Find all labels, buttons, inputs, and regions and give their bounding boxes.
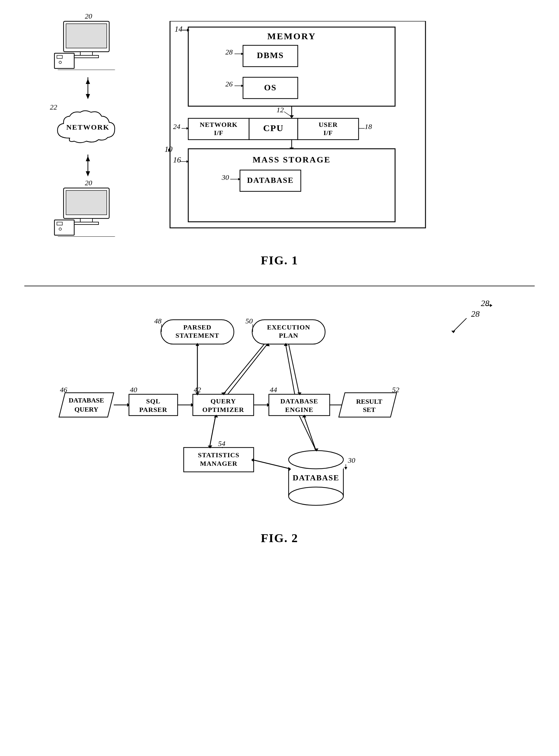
- svg-text:NETWORK: NETWORK: [66, 123, 110, 131]
- svg-rect-2: [80, 52, 92, 55]
- svg-rect-24: [66, 191, 107, 215]
- svg-point-29: [59, 228, 62, 230]
- ref-computer-bottom: 20: [85, 179, 92, 187]
- computer-bottom-illustration: [48, 185, 125, 237]
- fig1-container: 20: [24, 18, 535, 267]
- svg-text:DATABASE: DATABASE: [69, 396, 104, 404]
- svg-text:OS: OS: [264, 83, 276, 92]
- svg-marker-163: [344, 467, 347, 470]
- svg-marker-17: [86, 94, 90, 99]
- svg-text:14: 14: [175, 25, 182, 34]
- svg-text:40: 40: [130, 386, 137, 394]
- page: 20: [0, 0, 559, 756]
- svg-text:48: 48: [154, 317, 161, 325]
- svg-text:EXECUTION: EXECUTION: [267, 324, 310, 331]
- ref-network: 22: [50, 103, 57, 111]
- svg-text:52: 52: [392, 386, 399, 394]
- svg-text:DATABASE: DATABASE: [281, 397, 318, 405]
- svg-rect-3: [74, 55, 98, 58]
- section-divider: [24, 286, 535, 286]
- svg-text:28: 28: [471, 309, 479, 318]
- svg-point-6: [59, 61, 62, 64]
- fig2-container: 28 28 PARSED STATEMENT 48: [24, 298, 535, 545]
- svg-text:CPU: CPU: [263, 123, 284, 133]
- svg-text:ENGINE: ENGINE: [285, 406, 314, 414]
- svg-text:50: 50: [245, 317, 253, 325]
- svg-line-164: [299, 416, 316, 450]
- right-side: 10 14 MEMORY DBMS 28: [158, 21, 523, 235]
- svg-text:QUERY: QUERY: [210, 397, 236, 405]
- svg-text:QUERY: QUERY: [74, 405, 98, 413]
- svg-line-170: [252, 460, 290, 469]
- ref-computer-top: 20: [85, 12, 92, 20]
- svg-line-137: [223, 344, 264, 394]
- svg-text:MANAGER: MANAGER: [200, 460, 237, 467]
- svg-line-141: [228, 344, 267, 394]
- svg-text:I/F: I/F: [323, 129, 333, 137]
- svg-line-152: [209, 416, 216, 447]
- svg-line-91: [453, 318, 467, 332]
- dbms-ref-arrow: [486, 301, 495, 310]
- svg-text:54: 54: [218, 440, 225, 447]
- svg-point-158: [289, 487, 343, 505]
- svg-rect-28: [57, 222, 62, 225]
- fig2-caption: FIG. 2: [261, 531, 298, 545]
- svg-text:24: 24: [173, 123, 180, 131]
- arrow-top-to-network: [83, 77, 92, 102]
- svg-rect-25: [80, 218, 92, 222]
- svg-text:MEMORY: MEMORY: [267, 31, 316, 41]
- svg-text:18: 18: [365, 123, 372, 131]
- svg-text:PLAN: PLAN: [279, 332, 298, 339]
- svg-marker-18: [86, 79, 90, 84]
- arrow-network-to-bottom: [83, 155, 92, 179]
- svg-text:26: 26: [225, 80, 233, 88]
- fig2-diagram: 28 PARSED STATEMENT 48 EXECUTION PLAN 50: [51, 308, 508, 520]
- svg-text:30: 30: [221, 173, 229, 181]
- svg-text:STATISTICS: STATISTICS: [198, 451, 239, 459]
- computer-top-illustration: [48, 18, 125, 70]
- svg-text:NETWORK: NETWORK: [200, 121, 238, 128]
- svg-text:SQL: SQL: [146, 397, 160, 405]
- svg-text:16: 16: [173, 155, 181, 164]
- svg-text:OPTIMIZER: OPTIMIZER: [202, 406, 244, 414]
- svg-text:USER: USER: [319, 121, 338, 128]
- svg-text:DATABASE: DATABASE: [247, 176, 294, 185]
- svg-marker-21: [86, 171, 90, 176]
- svg-text:30: 30: [348, 456, 355, 464]
- svg-text:46: 46: [60, 386, 67, 394]
- svg-text:RESULT: RESULT: [356, 398, 382, 405]
- svg-text:PARSER: PARSER: [139, 406, 167, 414]
- svg-point-159: [289, 450, 343, 469]
- svg-marker-22: [86, 156, 90, 161]
- network-cloud: NETWORK: [51, 108, 125, 147]
- svg-text:DATABASE: DATABASE: [293, 473, 339, 482]
- svg-rect-1: [66, 24, 107, 48]
- server-diagram: 10 14 MEMORY DBMS 28: [158, 21, 431, 234]
- svg-text:12: 12: [276, 106, 284, 114]
- left-side: 20: [36, 18, 140, 238]
- svg-text:MASS STORAGE: MASS STORAGE: [252, 155, 331, 164]
- fig2-content: 28 28 PARSED STATEMENT 48: [51, 298, 508, 522]
- svg-text:PARSED: PARSED: [183, 324, 211, 331]
- svg-text:DBMS: DBMS: [257, 50, 284, 60]
- svg-text:SET: SET: [363, 406, 376, 414]
- svg-rect-5: [57, 55, 62, 59]
- svg-line-166: [304, 416, 316, 450]
- svg-rect-26: [74, 222, 98, 224]
- svg-marker-92: [451, 331, 455, 333]
- fig1-caption: FIG. 1: [261, 253, 298, 267]
- svg-text:STATEMENT: STATEMENT: [176, 332, 219, 339]
- svg-text:28: 28: [225, 48, 233, 56]
- svg-text:I/F: I/F: [214, 129, 223, 137]
- svg-text:44: 44: [270, 386, 277, 394]
- fig1-content: 20: [36, 18, 523, 238]
- svg-marker-89: [490, 304, 492, 307]
